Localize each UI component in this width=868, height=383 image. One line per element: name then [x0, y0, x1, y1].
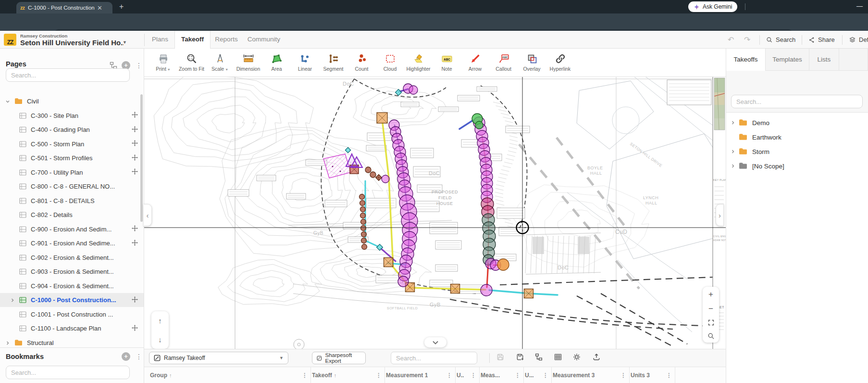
chevron-down-icon[interactable] [6, 100, 10, 103]
zoom-in-button[interactable]: + [708, 290, 713, 298]
page-item-c-501-storm-profiles[interactable]: C-501 - Storm Profiles [0, 151, 144, 165]
ask-gemini-button[interactable]: Ask Gemini [688, 1, 737, 12]
column-menu-icon[interactable]: ⋮ [446, 372, 452, 379]
tab-takeoffs[interactable]: Takeoffs [726, 49, 766, 71]
gear-icon[interactable] [573, 353, 581, 363]
column-header-measurement-3[interactable]: Measurement 3⋮ [552, 367, 630, 383]
column-menu-icon[interactable]: ⋮ [515, 372, 521, 379]
column-menu-icon[interactable]: ⋮ [302, 372, 308, 379]
page-item-c-300-site-plan[interactable]: C-300 - Site Plan [0, 109, 144, 123]
move-page-icon[interactable] [132, 240, 138, 246]
page-item-c-903-erosion-sediment[interactable]: C-903 - Erosion & Sediment... [0, 265, 144, 279]
sort-ascending-icon[interactable]: ↑ [169, 372, 172, 378]
page-item-c-500-storm-plan[interactable]: C-500 - Storm Plan [0, 137, 144, 151]
tool-hyperlink[interactable]: Hyperlink [546, 49, 574, 77]
takeoff-folder-no-scope[interactable]: [No Scope] [726, 159, 868, 173]
bookmarks-more-icon[interactable]: ⋮ [136, 353, 142, 360]
window-minimize-button[interactable]: — [856, 2, 863, 10]
expand-bottom-panel-handle[interactable] [424, 337, 446, 347]
project-caret-icon[interactable]: ▼ [123, 40, 127, 45]
plan-canvas[interactable]: DoCDoCDoCGyBGyBCuDSOFTBALL FIELDPROPOSED… [144, 77, 726, 349]
page-item-c-1000-post-construction[interactable]: C-1000 - Post Construction... [0, 293, 144, 307]
column-header-meas[interactable]: Meas...⋮ [480, 367, 524, 383]
tool-cloud[interactable]: Cloud [376, 49, 404, 77]
nav-tab-plans[interactable]: Plans [146, 31, 174, 48]
expand-right-panel-handle[interactable]: › [716, 204, 724, 226]
page-item-c-800-c-8-general-no[interactable]: C-800 - C-8 - GENERAL NO... [0, 179, 144, 193]
nav-tab-community[interactable]: Community [243, 31, 285, 48]
column-menu-icon[interactable]: ⋮ [620, 372, 626, 379]
pages-more-icon[interactable]: ⋮ [136, 62, 142, 69]
magnifier-icon[interactable] [707, 332, 715, 340]
page-item-c-802-details[interactable]: C-802 - Details [0, 208, 144, 222]
takeoff-folder-storm[interactable]: Storm [726, 144, 868, 159]
share-button[interactable]: Share [808, 31, 835, 49]
page-item-c-700-utility-plan[interactable]: C-700 - Utility Plan [0, 166, 144, 179]
chevron-right-icon[interactable] [731, 121, 735, 125]
fullscreen-icon[interactable] [707, 319, 715, 326]
move-page-icon[interactable] [132, 112, 138, 118]
folder-item-civil[interactable]: Civil [0, 94, 144, 108]
column-header-group[interactable]: Group↑⋮ [149, 367, 311, 383]
column-header-takeoff[interactable]: Takeoff↑⋮ [311, 367, 385, 383]
tool-linear[interactable]: Linear [291, 49, 319, 77]
move-page-icon[interactable] [132, 325, 138, 331]
move-page-icon[interactable] [132, 140, 138, 146]
column-menu-icon[interactable]: ⋮ [376, 372, 382, 379]
nav-tab-takeoff[interactable]: Takeoff [174, 31, 211, 49]
tab-lists[interactable]: Lists [809, 49, 839, 71]
collapse-left-panel-handle[interactable]: ‹ [144, 204, 152, 226]
takeoff-profile-select[interactable]: Ramsey Takeoff ▼ [149, 352, 288, 364]
add-bookmark-icon[interactable]: + [122, 352, 130, 361]
pages-search-input[interactable] [6, 68, 130, 82]
page-item-c-1001-post-construction[interactable]: C-1001 - Post Construction ... [0, 307, 144, 321]
takeoff-folder-demo[interactable]: Demo [726, 115, 868, 130]
column-menu-icon[interactable]: ⋮ [543, 372, 548, 379]
tool-print[interactable]: Print▼ [149, 49, 177, 77]
move-page-icon[interactable] [132, 126, 138, 132]
undo-icon[interactable]: ↶ [728, 31, 734, 49]
tool-overlay[interactable]: Overlay [518, 49, 546, 77]
pages-scrollbar[interactable] [140, 94, 143, 222]
save-as-icon[interactable] [516, 353, 524, 363]
tool-area[interactable]: Area [262, 49, 291, 77]
tool-arrow[interactable]: Arrow [461, 49, 489, 77]
column-menu-icon[interactable]: ⋮ [471, 372, 476, 379]
page-item-c-900-erosion-and-sedim[interactable]: C-900 - Erosion And Sedim... [0, 222, 144, 236]
takeoff-folder-earthwork[interactable]: Earthwork [726, 130, 868, 144]
move-page-icon[interactable] [132, 225, 138, 231]
tab-close-icon[interactable]: ✕ [97, 5, 102, 11]
chevron-right-icon[interactable] [11, 298, 14, 302]
save-icon[interactable] [496, 353, 505, 363]
column-header-u[interactable]: U..⋮ [456, 367, 480, 383]
redo-icon[interactable]: ↷ [744, 31, 750, 49]
tool-count[interactable]: Count [347, 49, 376, 77]
page-item-c-902-erosion-sediment[interactable]: C-902 - Erosion & Sediment... [0, 251, 144, 265]
tool-segment[interactable]: Segment [319, 49, 347, 77]
tool-highlighter[interactable]: Highlighter [404, 49, 433, 77]
page-item-c-901-erosion-and-sedime[interactable]: C-901 - Erosion And Sedime... [0, 236, 144, 250]
browser-tab[interactable]: zz C-1000 - Post Construction Stor ✕ [16, 2, 112, 13]
tool-zoom-to-fit[interactable]: Zoom to Fit [177, 49, 206, 77]
page-item-c-400-grading-plan[interactable]: C-400 - Grading Plan [0, 123, 144, 137]
project-name[interactable]: Seton Hill University Field Ho... [20, 38, 124, 47]
move-page-icon[interactable] [132, 154, 138, 161]
default-view-button[interactable]: Default [849, 31, 868, 49]
next-page-button[interactable]: ↓ [158, 335, 162, 344]
column-menu-icon[interactable]: ⋮ [666, 372, 672, 379]
column-header-measurement-1[interactable]: Measurement 1⋮ [385, 367, 456, 383]
takeoffs-search-input[interactable] [731, 95, 863, 108]
tab-templates[interactable]: Templates [766, 49, 809, 71]
sharpesoft-export-button[interactable]: Sharpesoft Export [312, 352, 366, 364]
nav-tab-reports[interactable]: Reports [210, 31, 243, 48]
search-button[interactable]: Search [766, 31, 795, 49]
takeoff-table-search-input[interactable] [391, 352, 477, 364]
page-item-c-904-erosion-sediment[interactable]: C-904 - Erosion & Sediment... [0, 279, 144, 293]
upload-icon[interactable] [593, 353, 601, 363]
tool-scale[interactable]: Scale▼ [206, 49, 234, 77]
column-header-units-3[interactable]: Units 3⋮ [630, 367, 675, 383]
move-page-icon[interactable] [132, 168, 138, 175]
chevron-right-icon[interactable] [6, 341, 10, 345]
sort-ascending-icon[interactable]: ↑ [334, 372, 337, 378]
move-page-icon[interactable] [132, 296, 138, 303]
